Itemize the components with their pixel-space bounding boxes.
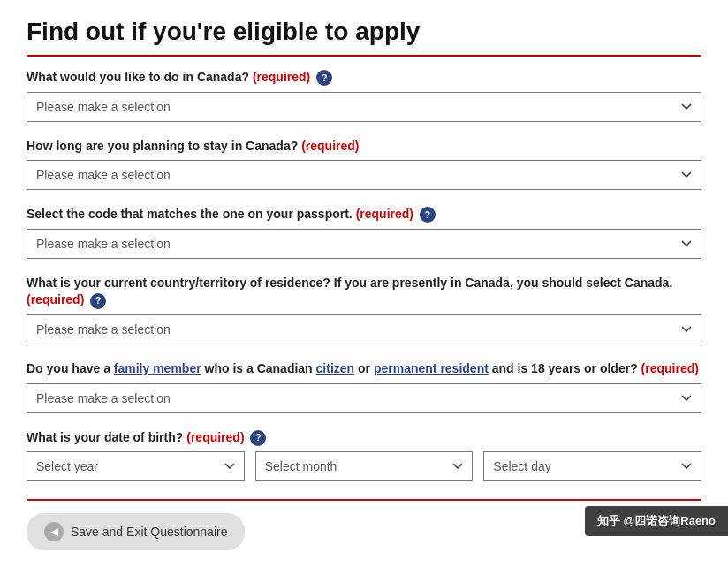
q3-required: (required) bbox=[356, 207, 413, 221]
question-5-section: Do you have a family member who is a Can… bbox=[27, 360, 701, 413]
permanent-resident-link[interactable]: permanent resident bbox=[374, 361, 489, 375]
footer-bar: ◀ Save and Exit Questionnaire bbox=[27, 499, 701, 563]
family-member-link[interactable]: family member bbox=[114, 361, 201, 375]
q3-label-text: Select the code that matches the one on … bbox=[27, 207, 353, 221]
q5-select[interactable]: Please make a selection bbox=[27, 383, 701, 413]
q4-help-icon[interactable]: ? bbox=[90, 293, 106, 309]
dob-month-select[interactable]: Select month bbox=[255, 451, 474, 481]
q6-label-text: What is your date of birth? bbox=[27, 430, 183, 444]
q3-select[interactable]: Please make a selection bbox=[27, 229, 701, 259]
question-3-section: Select the code that matches the one on … bbox=[27, 206, 701, 259]
question-6-label: What is your date of birth? (required) ? bbox=[27, 429, 701, 447]
q4-required: (required) bbox=[27, 292, 84, 306]
dob-year-select[interactable]: Select year bbox=[27, 451, 245, 481]
question-4-section: What is your current country/territory o… bbox=[27, 275, 701, 344]
q6-help-icon[interactable]: ? bbox=[250, 430, 266, 446]
question-2-label: How long are you planning to stay in Can… bbox=[27, 138, 701, 155]
citizen-link[interactable]: citizen bbox=[316, 361, 355, 375]
q1-select[interactable]: Please make a selection bbox=[27, 92, 701, 122]
question-2-section: How long are you planning to stay in Can… bbox=[27, 138, 701, 191]
q5-label-prefix: Do you have a bbox=[27, 361, 114, 375]
page-title: Find out if you're eligible to apply bbox=[27, 18, 701, 57]
dob-row: Select year Select month Select day bbox=[27, 451, 701, 481]
q5-label-or: or bbox=[354, 361, 374, 375]
q4-select[interactable]: Please make a selection bbox=[27, 314, 701, 344]
q4-label-text: What is your current country/territory o… bbox=[27, 276, 672, 290]
question-3-label: Select the code that matches the one on … bbox=[27, 206, 701, 223]
q2-select[interactable]: Please make a selection bbox=[27, 160, 701, 190]
dob-day-select[interactable]: Select day bbox=[483, 451, 701, 481]
q2-required: (required) bbox=[301, 139, 359, 153]
question-1-section: What would you like to do in Canada? (re… bbox=[27, 69, 701, 122]
q1-label-text: What would you like to do in Canada? bbox=[27, 70, 249, 84]
question-4-label: What is your current country/territory o… bbox=[27, 275, 701, 309]
question-1-label: What would you like to do in Canada? (re… bbox=[27, 69, 701, 87]
save-exit-label: Save and Exit Questionnaire bbox=[71, 525, 227, 539]
q1-help-icon[interactable]: ? bbox=[316, 70, 332, 86]
q1-required: (required) bbox=[253, 70, 310, 84]
q6-required: (required) bbox=[186, 430, 244, 444]
question-6-section: What is your date of birth? (required) ?… bbox=[27, 429, 701, 482]
q3-help-icon[interactable]: ? bbox=[420, 207, 436, 223]
q2-label-text: How long are you planning to stay in Can… bbox=[27, 139, 298, 153]
q5-label-suffix: and is 18 years or older? bbox=[489, 361, 638, 375]
question-5-label: Do you have a family member who is a Can… bbox=[27, 360, 701, 378]
q5-label-middle: who is a Canadian bbox=[201, 361, 316, 375]
back-arrow-icon: ◀ bbox=[44, 522, 64, 541]
save-exit-button[interactable]: ◀ Save and Exit Questionnaire bbox=[27, 513, 245, 550]
q5-required: (required) bbox=[641, 361, 699, 375]
